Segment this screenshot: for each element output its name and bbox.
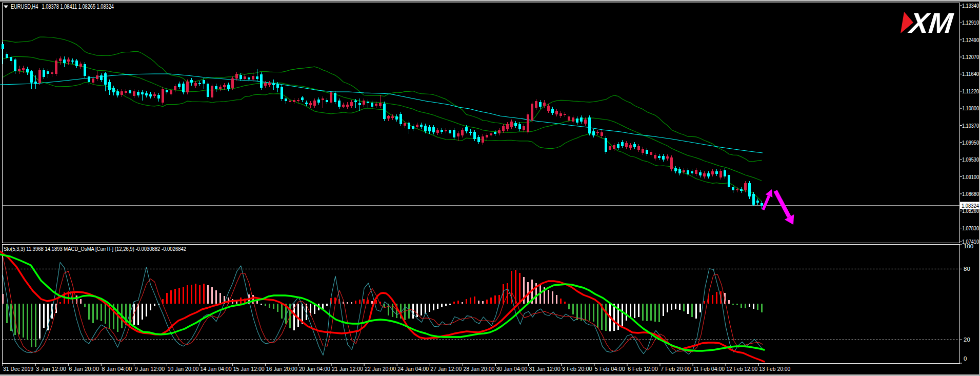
svg-text:7 Feb 20:00: 7 Feb 20:00 — [661, 366, 691, 372]
svg-text:1.09950: 1.09950 — [962, 140, 979, 146]
svg-text:1.10370: 1.10370 — [962, 123, 979, 129]
svg-text:10 Jan 20:00: 10 Jan 20:00 — [168, 366, 199, 372]
svg-text:27 Jan 12:00: 27 Jan 12:00 — [430, 366, 462, 372]
svg-text:1.10800: 1.10800 — [962, 105, 979, 111]
svg-text:13 Feb 20:00: 13 Feb 20:00 — [759, 366, 790, 372]
svg-text:28 Jan 20:00: 28 Jan 20:00 — [463, 366, 494, 372]
svg-text:3 Jan 12:00: 3 Jan 12:00 — [36, 366, 66, 372]
svg-text:15 Jan 12:00: 15 Jan 12:00 — [233, 366, 265, 372]
svg-text:3 Feb 20:00: 3 Feb 20:00 — [562, 366, 592, 372]
svg-text:20: 20 — [964, 337, 970, 343]
svg-text:5 Feb 04:00: 5 Feb 04:00 — [595, 366, 625, 372]
svg-text:31 Jan 12:00: 31 Jan 12:00 — [529, 366, 561, 372]
svg-text:Sto(5,3,3) 11.3968 14.1893 MA: Sto(5,3,3) 11.3968 14.1893 MACD_OsMA [Cu… — [4, 246, 186, 252]
svg-text:100: 100 — [964, 243, 973, 249]
svg-text:1.12070: 1.12070 — [962, 54, 979, 60]
svg-text:1.11640: 1.11640 — [962, 71, 979, 77]
svg-text:6 Feb 12:00: 6 Feb 12:00 — [628, 366, 658, 372]
svg-text:21 Jan 12:00: 21 Jan 12:00 — [332, 366, 363, 372]
svg-text:EURUSD,H4 1.08378 1.08411 1.0: EURUSD,H4 1.08378 1.08411 1.08265 1.0832… — [11, 3, 114, 10]
svg-text:16 Jan 20:00: 16 Jan 20:00 — [266, 366, 297, 372]
svg-text:1.12490: 1.12490 — [962, 37, 979, 43]
svg-text:20 Jan 04:00: 20 Jan 04:00 — [299, 366, 330, 372]
svg-text:8 Jan 04:00: 8 Jan 04:00 — [102, 366, 132, 372]
svg-text:1.13340: 1.13340 — [962, 3, 979, 9]
svg-text:6 Jan 20:00: 6 Jan 20:00 — [69, 366, 99, 372]
svg-text:11 Feb 04:00: 11 Feb 04:00 — [693, 366, 725, 372]
svg-text:80: 80 — [964, 266, 970, 272]
svg-text:1.11220: 1.11220 — [962, 88, 979, 94]
svg-text:31 Dec 2019: 31 Dec 2019 — [3, 366, 33, 372]
svg-text:0: 0 — [964, 355, 967, 362]
svg-text:XM: XM — [907, 7, 955, 39]
svg-text:1.08680: 1.08680 — [962, 191, 979, 197]
svg-text:1.09530: 1.09530 — [962, 156, 979, 163]
svg-text:1.08324: 1.08324 — [962, 203, 979, 209]
svg-text:9 Jan 12:00: 9 Jan 12:00 — [134, 366, 165, 372]
svg-text:1.07830: 1.07830 — [962, 225, 979, 231]
svg-text:1.12910: 1.12910 — [962, 19, 979, 26]
svg-text:30 Jan 04:00: 30 Jan 04:00 — [496, 366, 528, 372]
svg-text:22 Jan 20:00: 22 Jan 20:00 — [365, 366, 396, 372]
svg-text:24 Jan 04:00: 24 Jan 04:00 — [397, 366, 429, 372]
svg-text:12 Feb 12:00: 12 Feb 12:00 — [726, 366, 757, 372]
svg-text:1.09100: 1.09100 — [962, 174, 979, 180]
svg-text:14 Jan 04:00: 14 Jan 04:00 — [201, 366, 232, 372]
